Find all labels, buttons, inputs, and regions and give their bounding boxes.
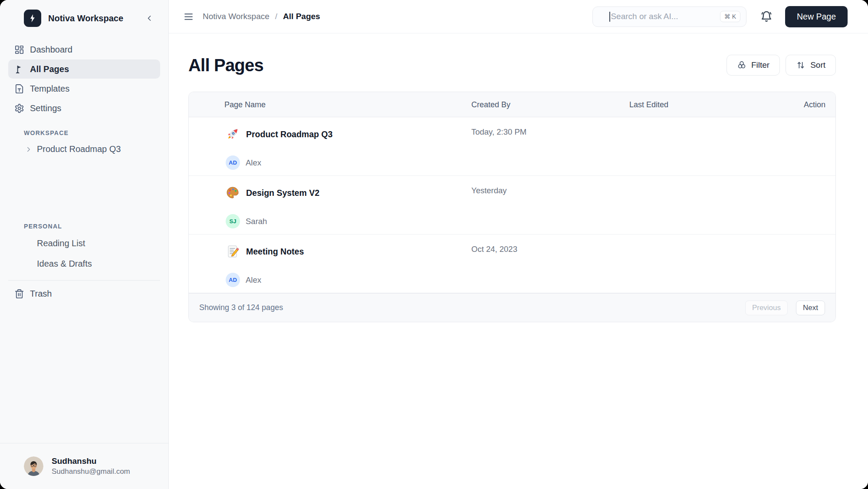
text-cursor — [609, 12, 610, 22]
sort-arrows-icon — [796, 60, 806, 70]
sidebar-item-templates[interactable]: Templates — [8, 79, 160, 98]
creator-name: Alex — [246, 158, 261, 168]
dashboard-icon — [14, 45, 24, 55]
previous-page-button[interactable]: Previous — [745, 301, 788, 315]
trash-icon — [14, 289, 24, 299]
user-avatar — [24, 456, 43, 476]
sidebar-item-trash[interactable]: Trash — [8, 284, 160, 303]
table-header-row: Page Name Created By Last Edited Action — [189, 92, 835, 117]
workspace-section-title: WORKSPACE — [24, 129, 168, 136]
column-header-page-name: Page Name — [224, 100, 266, 109]
column-header-action: Action — [804, 100, 825, 109]
notifications-button[interactable] — [759, 9, 774, 24]
table-row[interactable]: Product Roadmap Q3 Today, 2:30 PM AD Ale… — [189, 117, 835, 176]
sidebar-item-reading-list[interactable]: Reading List — [0, 233, 168, 254]
new-page-button[interactable]: New Page — [785, 6, 848, 27]
creator-avatar: AD — [226, 155, 240, 170]
page-name: Design System V2 — [246, 188, 319, 198]
topbar: Notiva Workspace / All Pages Search or a… — [169, 0, 868, 33]
search-input[interactable]: Search or ask AI... ⌘ K — [592, 7, 746, 27]
creator-avatar: SJ — [226, 214, 240, 228]
sidebar-item-label: Templates — [30, 84, 69, 94]
created-date: Today, 2:30 PM — [471, 127, 526, 137]
palette-icon — [226, 186, 240, 200]
sidebar-item-ideas-drafts[interactable]: Ideas & Drafts — [0, 254, 168, 274]
main-column: Notiva Workspace / All Pages Search or a… — [169, 0, 868, 489]
plain-item-label: Reading List — [37, 238, 85, 248]
page-name: Meeting Notes — [246, 247, 304, 257]
sidebar-item-dashboard[interactable]: Dashboard — [8, 40, 160, 59]
breadcrumb-separator: / — [275, 12, 277, 21]
pagination-summary: Showing 3 of 124 pages — [199, 303, 283, 312]
plain-item-label: Ideas & Drafts — [37, 259, 92, 268]
sidebar-nav: Dashboard All Pages Templates Settings — [0, 40, 168, 118]
sidebar-item-settings[interactable]: Settings — [8, 99, 160, 118]
page-name: Product Roadmap Q3 — [246, 129, 332, 139]
creator-avatar: AD — [226, 273, 240, 287]
user-info: Sudhanshu Sudhanshu@gmail.com — [52, 456, 130, 476]
user-email: Sudhanshu@gmail.com — [52, 467, 130, 476]
sort-button[interactable]: Sort — [786, 55, 836, 76]
sidebar-item-product-roadmap[interactable]: Product Roadmap Q3 — [0, 140, 168, 159]
table-row[interactable]: Design System V2 Yesterday SJ Sarah — [189, 176, 835, 235]
sidebar-item-all-pages[interactable]: All Pages — [8, 59, 160, 79]
filter-button-label: Filter — [751, 60, 769, 70]
sidebar-item-label: Trash — [30, 289, 52, 299]
page-title: All Pages — [188, 56, 263, 75]
keyboard-shortcut-badge: ⌘ K — [720, 11, 740, 22]
sidebar: Notiva Workspace Dashboard All Pages — [0, 0, 169, 489]
chevron-right-icon — [25, 145, 33, 153]
sidebar-item-label: Dashboard — [30, 45, 72, 55]
next-page-button[interactable]: Next — [796, 301, 825, 315]
pages-table: Page Name Created By Last Edited Action — [188, 92, 836, 322]
sidebar-collapse-button[interactable] — [143, 12, 155, 24]
creator-name: Sarah — [246, 217, 267, 226]
filter-circles-icon — [737, 60, 746, 70]
user-name: Sudhanshu — [52, 456, 130, 466]
filter-button[interactable]: Filter — [727, 55, 780, 76]
created-date: Yesterday — [471, 186, 507, 195]
hamburger-menu-icon — [183, 11, 194, 22]
breadcrumb-current: All Pages — [283, 12, 320, 21]
memo-icon — [226, 244, 240, 258]
sort-button-label: Sort — [810, 60, 825, 70]
rocket-icon — [226, 127, 240, 141]
workspace-name: Notiva Workspace — [48, 13, 143, 23]
table-row[interactable]: Meeting Notes Oct 24, 2023 AD Alex — [189, 235, 835, 293]
sidebar-item-label: All Pages — [30, 64, 69, 74]
personal-section-title: PERSONAL — [24, 223, 168, 230]
app-logo-icon — [24, 10, 41, 27]
sidebar-item-label: Settings — [30, 103, 61, 113]
user-profile[interactable]: Sudhanshu Sudhanshu@gmail.com — [0, 443, 168, 489]
main-content: All Pages Filter Sort — [169, 33, 868, 322]
chevron-left-icon — [145, 14, 154, 23]
flag-icon — [14, 64, 24, 74]
sidebar-header: Notiva Workspace — [0, 0, 168, 27]
tree-item-label: Product Roadmap Q3 — [37, 144, 121, 154]
menu-button[interactable] — [182, 10, 195, 23]
breadcrumb: Notiva Workspace / All Pages — [203, 12, 320, 21]
template-file-icon — [14, 84, 24, 94]
gear-icon — [14, 103, 24, 113]
creator-name: Alex — [246, 275, 261, 285]
search-placeholder: Search or ask AI... — [611, 12, 678, 21]
bell-icon — [760, 10, 773, 23]
app-window: Notiva Workspace Dashboard All Pages — [0, 0, 868, 489]
table-footer: Showing 3 of 124 pages Previous Next — [189, 293, 835, 322]
breadcrumb-workspace[interactable]: Notiva Workspace — [203, 12, 270, 21]
created-date: Oct 24, 2023 — [471, 244, 517, 254]
column-header-last-edited: Last Edited — [629, 100, 668, 109]
column-header-created-by: Created By — [471, 100, 510, 109]
